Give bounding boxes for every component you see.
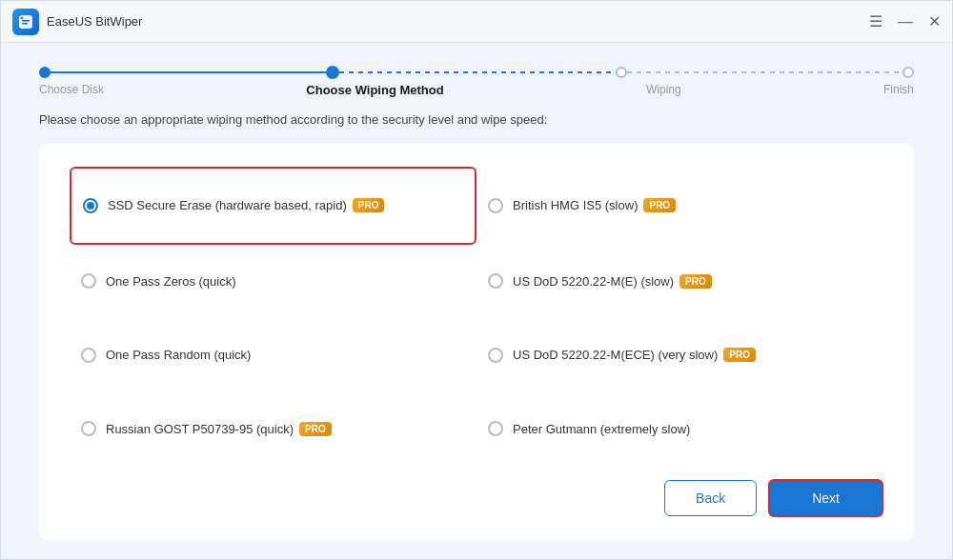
radio-russian-gost <box>81 421 96 436</box>
option-label-british-hmg: British HMG IS5 (slow) <box>513 198 638 212</box>
back-button[interactable]: Back <box>664 480 757 516</box>
step-dot-wiping <box>616 67 627 78</box>
radio-one-pass-zeros <box>81 273 96 289</box>
step-dot-finish <box>902 67 914 78</box>
radio-us-dod-ece <box>488 348 503 363</box>
stepper-labels: Choose Disk Choose Wiping Method Wiping … <box>39 83 914 97</box>
stepper: Choose Disk Choose Wiping Method Wiping … <box>39 66 914 112</box>
app-window: EaseUS BitWiper ☰ — ✕ <box>0 0 953 560</box>
options-grid: SSD Secure Erase (hardware based, rapid)… <box>70 167 883 466</box>
pro-badge-dod-e: PRO <box>679 274 712 289</box>
footer-buttons: Back Next <box>70 466 883 517</box>
pro-badge-hmg: PRO <box>643 198 676 212</box>
option-us-dod-e[interactable]: US DoD 5220.22-M(E) (slow) PRO <box>476 245 883 319</box>
line-disk-to-method <box>51 71 326 73</box>
option-one-pass-random[interactable]: One Pass Random (quick) <box>70 318 476 392</box>
app-title: EaseUS BitWiper <box>47 14 869 29</box>
radio-ssd-secure-erase <box>83 198 98 213</box>
main-content: Choose Disk Choose Wiping Method Wiping … <box>1 43 952 559</box>
option-russian-gost[interactable]: Russian GOST P50739-95 (quick) PRO <box>70 392 476 467</box>
step-label-wiping: Wiping <box>646 83 681 97</box>
menu-icon[interactable]: ☰ <box>869 14 882 30</box>
option-label-one-pass-random: One Pass Random (quick) <box>106 348 251 362</box>
step-label-finish: Finish <box>883 83 914 97</box>
options-card: SSD Secure Erase (hardware based, rapid)… <box>39 144 914 540</box>
step-label-choose-method: Choose Wiping Method <box>306 83 443 97</box>
titlebar: EaseUS BitWiper ☰ — ✕ <box>1 1 952 43</box>
window-controls: ☰ — ✕ <box>869 14 941 30</box>
description-text: Please choose an appropriate wiping meth… <box>39 112 914 127</box>
line-wiping-to-finish <box>627 71 902 73</box>
svg-rect-1 <box>22 20 30 22</box>
option-peter-gutmann[interactable]: Peter Gutmann (extremely slow) <box>476 392 883 467</box>
option-label-us-dod-ece: US DoD 5220.22-M(ECE) (very slow) <box>513 348 718 362</box>
stepper-connector <box>39 66 914 79</box>
step-label-choose-disk: Choose Disk <box>39 83 104 97</box>
next-button[interactable]: Next <box>768 479 883 517</box>
step-dot-choose-disk <box>39 67 51 78</box>
radio-one-pass-random <box>81 348 96 363</box>
svg-rect-2 <box>22 23 28 25</box>
app-icon <box>12 9 39 35</box>
radio-peter-gutmann <box>488 421 503 436</box>
pro-badge-gost: PRO <box>299 422 332 436</box>
pro-badge-dod-ece: PRO <box>723 348 756 362</box>
radio-us-dod-e <box>488 273 503 289</box>
option-label-one-pass-zeros: One Pass Zeros (quick) <box>106 274 236 289</box>
option-ssd-secure-erase[interactable]: SSD Secure Erase (hardware based, rapid)… <box>70 167 476 245</box>
option-label-russian-gost: Russian GOST P50739-95 (quick) <box>106 422 294 436</box>
option-one-pass-zeros[interactable]: One Pass Zeros (quick) <box>70 245 476 319</box>
radio-british-hmg <box>488 198 503 213</box>
option-us-dod-ece[interactable]: US DoD 5220.22-M(ECE) (very slow) PRO <box>476 318 883 392</box>
step-dot-choose-method <box>326 66 339 79</box>
minimize-icon[interactable]: — <box>898 14 913 30</box>
close-icon[interactable]: ✕ <box>928 14 941 30</box>
option-label-us-dod-e: US DoD 5220.22-M(E) (slow) <box>513 274 674 289</box>
line-method-to-wiping <box>339 71 615 73</box>
option-british-hmg[interactable]: British HMG IS5 (slow) PRO <box>476 167 883 245</box>
pro-badge-ssd: PRO <box>353 198 385 212</box>
svg-point-3 <box>21 16 24 19</box>
option-label-peter-gutmann: Peter Gutmann (extremely slow) <box>513 422 690 436</box>
option-label-ssd-secure-erase: SSD Secure Erase (hardware based, rapid) <box>108 198 347 212</box>
